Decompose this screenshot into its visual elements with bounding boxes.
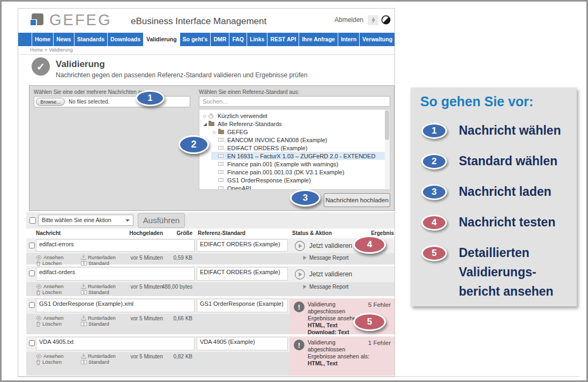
document-icon [218,186,227,190]
delete-action[interactable]: Löschen [36,289,81,295]
play-circle-icon[interactable] [294,240,306,252]
message-report-link[interactable]: Message Report [303,284,348,290]
trash-icon [36,290,41,295]
standard-action[interactable]: Standard [81,289,109,295]
file-input[interactable]: Browse... No files selected. [34,96,190,107]
flash-icon[interactable] [368,15,378,25]
upload-messages-button[interactable]: Nachrichten hochladen [324,193,390,207]
document-icon [218,178,227,182]
play-circle-icon[interactable] [294,269,306,280]
bulk-action-bar: Bitte wählen Sie eine Aktion Ausführen [26,212,395,229]
nav-tab-rest-api[interactable]: REST API [267,33,299,46]
table-row: edifact-errors EDIFACT ORDERS (Example) … [26,238,395,265]
document-icon [218,170,227,174]
tree-item-en16931-selected[interactable]: EN 16931 – FacturX 1.03 – ZUGFeRD 2.0 - … [211,152,388,160]
download-action[interactable]: Runterladen [81,315,116,321]
document-icon [218,138,227,142]
execute-button[interactable]: Ausführen [138,213,185,228]
step-4-badge: 4 [421,215,447,231]
action-select[interactable]: Bitte wählen Sie eine Aktion [38,215,133,226]
triangle-right-icon [303,284,307,289]
nav-tab-faq[interactable]: FAQ [229,33,247,46]
messages-table: Nachricht Hochgeladen Größe Referenz-Sta… [26,230,395,377]
tree-scrollbar[interactable] [385,110,389,189]
step-1-badge: 1 [421,123,447,139]
tree-item-all-standards[interactable]: Alle Referenz-Standards [202,120,388,128]
callout-badge-1: 1 [136,90,165,106]
row-checkbox[interactable] [29,340,35,346]
breadcrumb-separator: > [44,47,47,53]
nav-tab-verwaltung[interactable]: Verwaltung [359,33,395,46]
delete-action[interactable]: Löschen [36,260,81,266]
tree-scrollbar-thumb[interactable] [385,110,389,140]
message-report-link[interactable]: Message Report [303,255,348,261]
download-action[interactable]: Runterladen [81,283,116,289]
breadcrumb-home[interactable]: Home [30,47,43,53]
col-nachricht: Nachricht [36,230,61,236]
view-action[interactable]: Ansehen [36,254,81,260]
row-checkbox[interactable] [29,302,35,308]
tree-item-gefeg[interactable]: GEFEG [211,128,388,136]
tree-item-eancom[interactable]: EANCOM INVOIC EAN008 (Example) [211,136,388,144]
reference-standard-cell: VDA 4905 (Example) [197,337,288,350]
file-size: 0,59 KB [155,255,192,261]
view-action[interactable]: Ansehen [36,353,81,359]
nav-tab-links[interactable]: Links [247,33,267,46]
standard-label: Wählen Sie einen Referenz-Standard aus: [199,89,299,95]
nav-tab-standards[interactable]: Standards [74,33,107,46]
message-name-cell: GS1 OrderResponse (Example).xml [36,299,195,312]
nav-tab-home[interactable]: Home [32,33,53,46]
select-all-checkbox[interactable] [29,217,36,224]
status-text: Validierung abgeschlossen [308,301,369,315]
chevron-right-icon[interactable] [202,112,209,120]
tree-item-gs1-orderresponse[interactable]: GS1 OrderResponse (Example) [211,176,388,184]
clock-icon [209,112,218,119]
nav-tab-ihre-anfrage[interactable]: Ihre Anfrage [299,33,337,46]
nav-tab-dmr[interactable]: DMR [210,33,229,46]
standard-search-input[interactable] [199,96,390,107]
chevron-right-icon[interactable] [211,128,218,136]
check-circle-icon [32,57,50,76]
nav-tab-intern[interactable]: Intern [338,33,359,46]
instructions-title: So gehen Sie vor: [420,94,533,109]
table-row: VDA 4905.txt VDA 4905 (Example) Ansehen … [26,336,395,376]
error-count: 5 Fehler [368,302,391,308]
tree-item-openapi[interactable]: OpenAPI [211,184,388,190]
callout-badge-2: 2 [178,135,209,154]
logout-link[interactable]: Abmelden [334,16,363,24]
download-action[interactable]: Runterladen [81,353,116,359]
validate-now-button[interactable]: Jetzt validieren [289,266,395,282]
tree-item-recently-used[interactable]: Kürzlich verwendet [202,112,388,120]
tree-item-finance-pain001-dk[interactable]: Finance pain.001.001.03 (DK V3.1 Example… [211,168,388,176]
browse-button[interactable]: Browse... [36,98,65,106]
upload-panel: Wählen Sie eine oder mehrere Nachrichten… [29,85,395,211]
download-action[interactable]: Runterladen [81,254,116,260]
table-row: GS1 OrderResponse (Example).xml GS1 Orde… [26,298,395,334]
standard-action[interactable]: Standard [81,359,109,365]
contrast-toggle-icon[interactable] [381,15,391,25]
no-files-text: No files selected. [69,97,109,107]
nav-tab-news[interactable]: News [53,33,73,46]
view-action[interactable]: Ansehen [36,283,81,289]
standard-action[interactable]: Standard [81,321,109,327]
nav-tab-validierung[interactable]: Validierung [143,33,180,46]
nav-tab-downloads[interactable]: Downloads [107,33,143,46]
triangle-right-icon [303,255,307,260]
delete-action[interactable]: Löschen [36,359,81,365]
folder-icon [218,129,227,134]
delete-action[interactable]: Löschen [36,321,81,327]
chevron-open-icon[interactable] [202,120,209,128]
results-label: Ergebnisse ansehen als: [308,353,369,360]
standard-action[interactable]: Standard [81,260,109,266]
row-checkbox[interactable] [29,243,35,248]
tree-item-edifact-orders[interactable]: EDIFACT ORDERS (Example) [211,144,388,152]
standards-tree: Kürzlich verwendet Alle Referenz-Standar… [199,109,390,190]
table-header: Nachricht Hochgeladen Größe Referenz-Sta… [26,230,395,237]
view-action[interactable]: Ansehen [36,315,81,321]
row-checkbox[interactable] [29,270,35,276]
results-links[interactable]: HTML, Text [308,360,369,367]
download-link[interactable]: Download: Text [308,329,369,336]
step-2-badge: 2 [421,153,447,170]
nav-tab-so-gehts[interactable]: So geht's [180,33,211,46]
tree-item-finance-pain001[interactable]: Finance pain.001 (Example with warnings) [211,160,388,168]
